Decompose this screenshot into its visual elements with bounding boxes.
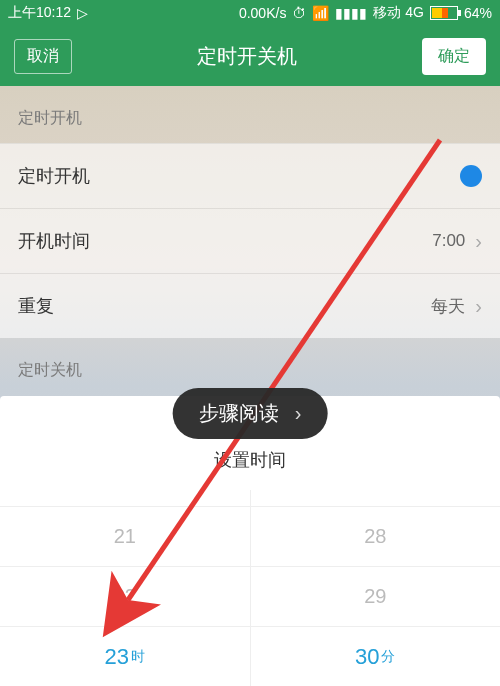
row-label: 重复 [18,294,54,318]
status-carrier: 移动 4G [373,4,424,22]
status-bar: 上午10:12 ▷ 0.00K/s ⏱ 📶 ▮▮▮▮ 移动 4G 64% [0,0,500,26]
picker-option-selected[interactable]: 30分 [251,626,501,686]
status-battery-pct: 64% [464,5,492,21]
step-pill-label: 步骤阅读 [199,400,279,427]
wifi-icon: 📶 [312,5,329,21]
toggle-on-icon[interactable] [460,165,482,187]
status-time: 上午10:12 [8,4,71,22]
cancel-button[interactable]: 取消 [14,39,72,74]
app-header: 取消 定时开关机 确定 [0,26,500,86]
row-label: 定时开机 [18,164,90,188]
step-reading-pill[interactable]: 步骤阅读 › [173,388,328,439]
picker-option[interactable]: 21 [0,506,250,566]
row-power-on-time[interactable]: 开机时间 7:00 › [0,208,500,273]
picker-option[interactable]: 29 [251,566,501,626]
hour-picker[interactable]: 21 22 23时 [0,490,251,686]
row-power-on-toggle[interactable]: 定时开机 [0,143,500,208]
picker-option[interactable]: 22 [0,566,250,626]
chevron-right-icon: › [295,402,302,425]
status-netspeed: 0.00K/s [239,5,286,21]
page-title: 定时开关机 [197,43,297,70]
section-label-power-on: 定时开机 [0,86,500,143]
row-value: 每天 [431,295,465,318]
signal-icon: ▮▮▮▮ [335,5,367,21]
battery-icon [430,6,458,20]
chevron-right-icon: › [475,230,482,253]
confirm-button[interactable]: 确定 [422,38,486,75]
alarm-icon: ⏱ [292,5,306,21]
picker-option-selected[interactable]: 23时 [0,626,250,686]
play-icon: ▷ [77,5,88,21]
chevron-right-icon: › [475,295,482,318]
row-repeat[interactable]: 重复 每天 › [0,273,500,338]
time-picker-sheet: 设置时间 21 22 23时 28 29 30分 [0,396,500,686]
row-value: 7:00 [432,231,465,251]
section-label-power-off: 定时关机 [0,338,500,395]
picker-option[interactable]: 28 [251,506,501,566]
row-label: 开机时间 [18,229,90,253]
minute-picker[interactable]: 28 29 30分 [251,490,501,686]
